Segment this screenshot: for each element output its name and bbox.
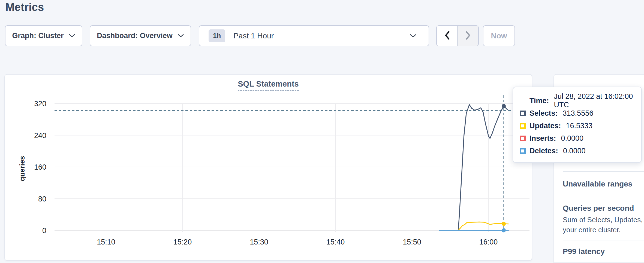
tooltip-series-label: Selects:: [529, 109, 558, 118]
tooltip-series-label: Inserts:: [529, 134, 556, 143]
y-axis-tick-label: 0: [42, 227, 46, 235]
x-axis-tick-label: 15:40: [326, 238, 345, 246]
x-axis-tick-label: 15:10: [97, 238, 115, 246]
sidebar-item-unavailable-ranges: Unavailable ranges: [563, 180, 632, 188]
tooltip-series-label: Updates:: [529, 122, 561, 130]
y-axis-tick-label: 80: [38, 195, 46, 203]
sidebar-item-description-line: Sum of Selects, Updates, Inser: [563, 216, 644, 224]
chevron-right-icon: [465, 31, 471, 41]
series-line-selects: [458, 105, 508, 230]
inserts-series-swatch-icon: [520, 136, 526, 141]
tooltip-series-value: 0.0000: [563, 147, 586, 155]
chevron-down-icon: [410, 33, 417, 39]
metrics-page: Metrics Graph: Cluster Dashboard: Overvi…: [0, 0, 644, 263]
sidebar-item-description-line: your entire cluster.: [563, 226, 621, 234]
y-axis-tick-label: 240: [34, 132, 46, 140]
prev-time-button[interactable]: [437, 26, 458, 46]
series-line-updates: [458, 222, 508, 230]
graph-scope-dropdown[interactable]: Graph: Cluster: [5, 25, 82, 46]
time-range-badge: 1h: [209, 29, 225, 42]
hover-dot-selects: [502, 104, 506, 108]
chevron-down-icon: [177, 34, 184, 38]
x-axis-tick-label: 16:00: [479, 238, 498, 246]
chevron-down-icon: [69, 34, 75, 38]
time-range-selector[interactable]: 1h Past 1 Hour: [199, 25, 429, 46]
tooltip-series-label: Deletes:: [529, 147, 558, 155]
graph-scope-dropdown-label: Graph: Cluster: [12, 32, 64, 40]
time-pager: [436, 25, 479, 46]
now-button[interactable]: Now: [483, 25, 515, 46]
sidebar-divider: [563, 196, 644, 196]
y-axis-tick-label: 320: [34, 100, 46, 108]
page-title: Metrics: [5, 1, 44, 13]
y-axis-tick-label: 160: [34, 163, 46, 171]
tooltip-time-label: Time:: [529, 97, 549, 105]
sql-statements-chart-panel: SQL Statements 08016024032015:1015:2015:…: [4, 74, 532, 261]
tooltip-series-value: 16.5333: [566, 122, 593, 130]
tooltip-series-value: 313.5556: [563, 109, 594, 118]
chevron-left-icon: [444, 31, 450, 41]
updates-series-swatch-icon: [520, 123, 526, 129]
x-axis-tick-label: 15:20: [173, 238, 192, 246]
tooltip-series-value: 0.0000: [561, 134, 584, 143]
dashboard-dropdown[interactable]: Dashboard: Overview: [90, 25, 191, 46]
tooltip-series-row: Inserts: 0.0000: [513, 132, 641, 145]
sidebar-divider: [563, 240, 644, 240]
deletes-series-swatch-icon: [520, 148, 526, 154]
x-axis-tick-label: 15:50: [403, 238, 421, 246]
next-time-button[interactable]: [458, 26, 478, 46]
tooltip-series-row: Deletes: 0.0000: [513, 145, 641, 157]
y-axis-title: queries: [18, 156, 26, 181]
hover-dot-deletes: [502, 228, 506, 233]
hover-dot-updates: [502, 222, 506, 226]
selects-series-swatch-icon: [520, 111, 526, 116]
tooltip-time-value: Jul 28, 2022 at 16:02:00 UTC: [554, 92, 641, 109]
time-range-label: Past 1 Hour: [233, 32, 274, 40]
sidebar-item-p99-latency: P99 latency: [563, 247, 605, 256]
chart-tooltip: Time: Jul 28, 2022 at 16:02:00 UTC Selec…: [513, 87, 642, 163]
sidebar-divider: [563, 171, 644, 172]
x-axis-tick-label: 15:30: [250, 238, 268, 246]
sidebar-item-queries-per-second: Queries per second: [563, 204, 634, 213]
tooltip-series-row: Updates: 16.5333: [513, 120, 641, 132]
sql-statements-chart[interactable]: 08016024032015:1015:2015:3015:4015:5016:…: [5, 75, 533, 261]
tooltip-time-row: Time: Jul 28, 2022 at 16:02:00 UTC: [513, 94, 641, 107]
dashboard-dropdown-label: Dashboard: Overview: [97, 32, 173, 40]
